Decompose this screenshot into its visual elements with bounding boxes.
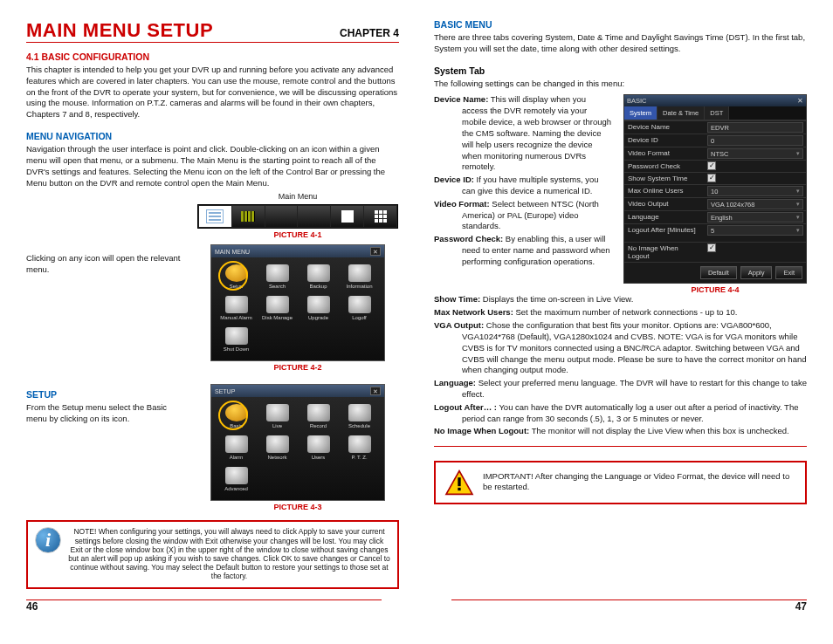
dropdown[interactable]: English▾ <box>707 212 803 223</box>
menu-icon: Information <box>340 264 379 292</box>
menu-icon: Alarm <box>217 435 256 463</box>
menu-icon: Shut Down <box>217 327 256 355</box>
item-show-time: Show Time: Displays the time on-screen i… <box>434 294 807 305</box>
item-logout-after: Logout After… : You can have the DVR aut… <box>434 402 807 425</box>
menu-icon: Manual Alarm <box>217 296 256 324</box>
close-icon: ✕ <box>370 387 381 395</box>
dropdown[interactable]: VGA 1024x768▾ <box>707 199 803 209</box>
dropdown[interactable]: 5▾ <box>707 225 803 236</box>
item-device-id: Device ID: If you have multiple systems,… <box>434 175 613 197</box>
checkbox[interactable]: ✓ <box>707 243 716 252</box>
settings-row: Password Check✓ <box>624 160 806 172</box>
intro-paragraph: This chapter is intended to help you get… <box>26 65 399 120</box>
window-title: SETUP <box>215 388 235 394</box>
basic-menu-paragraph: There are three tabs covering System, Da… <box>434 32 807 55</box>
settings-row: Device NameEDVR <box>624 120 806 134</box>
item-video-format: Video Format: Select between NTSC (North… <box>434 199 613 232</box>
menu-icon: Live <box>258 404 297 432</box>
heading-system-tab: System Tab <box>434 65 807 76</box>
item-password-check: Password Check: By enabling this, a user… <box>434 234 613 267</box>
settings-row: No Image When Logout✓ <box>624 242 806 262</box>
info-icon: i <box>35 527 61 553</box>
window-title: MAIN MENU <box>215 249 250 255</box>
nav-paragraph: Navigation through the user interface is… <box>26 144 399 188</box>
heading-setup: SETUP <box>26 389 188 400</box>
text-input[interactable]: EDVR <box>707 122 803 133</box>
chapter-label: CHAPTER 4 <box>340 27 399 39</box>
picture-4-4: BASIC✕ SystemDate & TimeDST Device NameE… <box>623 94 807 284</box>
page-number-left: 46 <box>26 599 382 613</box>
dropdown[interactable]: 10▾ <box>707 186 803 196</box>
menu-icon: Record <box>299 404 338 432</box>
settings-row: Video FormatNTSC▾ <box>624 147 806 160</box>
settings-button[interactable]: Apply <box>740 266 773 279</box>
caption-4-1: PICTURE 4-1 <box>196 230 399 239</box>
settings-button[interactable]: Default <box>700 266 737 279</box>
section-basic-config: 4.1 BASIC CONFIGURATION <box>26 51 399 62</box>
checkbox[interactable]: ✓ <box>707 161 716 170</box>
menu-icon: Schedule <box>340 404 379 432</box>
item-max-users: Max Network Users: Set the maximum numbe… <box>434 307 807 319</box>
menu-icon: Search <box>258 264 297 292</box>
item-vga-output: VGA Output: Chose the configuration that… <box>434 320 807 376</box>
menu-icon: Network <box>258 435 297 463</box>
picture-4-1 <box>197 204 398 229</box>
settings-row: Logout After [Minutes]5▾ <box>624 223 806 236</box>
caption-4-3: PICTURE 4-3 <box>196 503 399 511</box>
click-paragraph: Clicking on any icon will open the relev… <box>26 253 188 276</box>
grid9-icon <box>375 210 387 223</box>
dropdown[interactable]: NTSC▾ <box>707 148 803 159</box>
item-no-image: No Image When Logout: The monitor will n… <box>434 426 807 437</box>
picture-4-3: SETUP✕ BasicLiveRecordScheduleAlarmNetwo… <box>210 384 385 501</box>
caption-4-2: PICTURE 4-2 <box>196 363 399 372</box>
menu-icon: P. T. Z. <box>340 435 379 463</box>
settings-button[interactable]: Exit <box>775 266 802 279</box>
settings-title: BASIC <box>627 97 647 105</box>
divider <box>434 446 807 447</box>
settings-row: Device ID0 <box>624 134 806 147</box>
settings-tab[interactable]: Date & Time <box>657 106 705 120</box>
close-icon: ✕ <box>370 247 381 256</box>
svg-rect-2 <box>458 488 460 490</box>
item-device-name: Device Name: This will display when you … <box>434 94 613 173</box>
menu-icon: Advanced <box>217 467 256 495</box>
menu-book-icon <box>206 209 224 223</box>
text-input[interactable]: 0 <box>707 135 803 146</box>
caption-4-4: PICTURE 4-4 <box>623 285 807 294</box>
menu-icon: Users <box>299 435 338 463</box>
warning-icon <box>444 469 474 496</box>
settings-row: Show System Time✓ <box>624 172 806 184</box>
menu-icon: Backup <box>299 264 338 292</box>
menu-icon: Upgrade <box>299 296 338 324</box>
setup-paragraph: From the Setup menu select the Basic men… <box>26 402 188 425</box>
heading-basic-menu: BASIC MENU <box>434 19 807 30</box>
system-tab-intro: The following settings can be changed in… <box>434 79 807 90</box>
grid4-icon <box>341 210 354 223</box>
heading-menu-navigation: MENU NAVIGATION <box>26 131 399 141</box>
menu-icon: Logoff <box>340 296 379 324</box>
settings-row: Max Online Users10▾ <box>624 184 806 197</box>
important-box: IMPORTANT! After changing the Language o… <box>434 461 807 504</box>
settings-tab[interactable]: System <box>624 106 657 120</box>
item-language: Language: Select your preferred menu lan… <box>434 378 807 401</box>
stripes-icon <box>241 211 255 222</box>
settings-tab[interactable]: DST <box>705 106 729 120</box>
checkbox[interactable]: ✓ <box>707 174 716 182</box>
close-icon: ✕ <box>797 97 803 105</box>
page-title: MAIN MENU SETUP <box>26 19 213 42</box>
mainmenu-label: Main Menu <box>196 192 399 201</box>
important-text: IMPORTANT! After changing the Language o… <box>483 471 796 493</box>
note-text: NOTE! When configuring your settings, yo… <box>68 527 390 580</box>
page-number-right: 47 <box>451 599 807 613</box>
picture-4-2: MAIN MENU✕ SetupSearchBackupInformationM… <box>210 244 385 361</box>
svg-rect-1 <box>458 477 460 486</box>
settings-row: LanguageEnglish▾ <box>624 210 806 223</box>
menu-icon: Disk Manage <box>258 296 297 324</box>
settings-row: Video OutputVGA 1024x768▾ <box>624 197 806 210</box>
note-box: i NOTE! When configuring your settings, … <box>26 520 399 589</box>
